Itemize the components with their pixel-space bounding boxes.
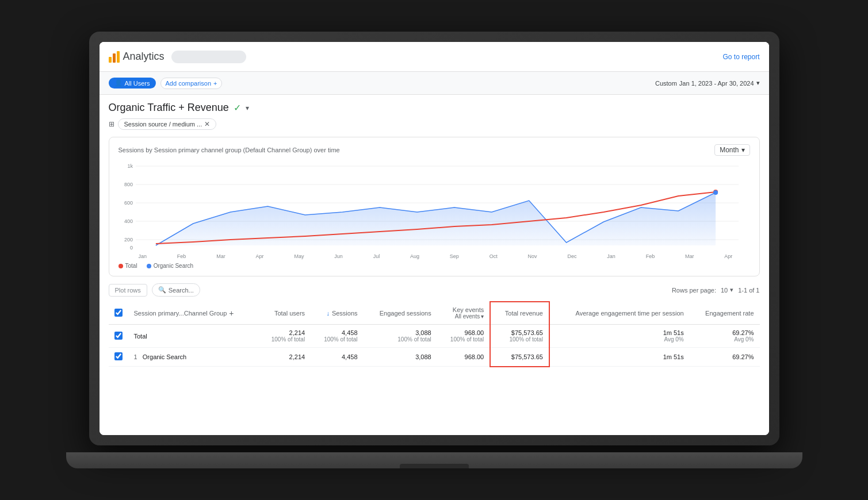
date-range[interactable]: Custom Jan 1, 2023 - Apr 30, 2024 ▾ bbox=[655, 79, 760, 87]
x-label-nov: Nov bbox=[528, 253, 537, 259]
x-label-oct: Oct bbox=[490, 253, 498, 259]
legend-organic-search: Organic Search bbox=[147, 263, 193, 269]
row1-engaged-cell: 3,088 bbox=[364, 348, 437, 367]
all-users-badge[interactable]: 👤 All Users bbox=[109, 78, 156, 89]
analytics-logo: Analytics bbox=[109, 51, 165, 63]
x-label-mar2: Mar bbox=[685, 253, 694, 259]
rows-per-page[interactable]: 10 ▾ bbox=[721, 286, 733, 294]
chart-container: Sessions by Session primary channel grou… bbox=[109, 137, 760, 276]
total-users-value: 2,214 bbox=[289, 329, 305, 336]
add-column-icon[interactable]: + bbox=[229, 309, 234, 318]
x-label-dec: Dec bbox=[567, 253, 576, 259]
table-controls-right: Rows per page: 10 ▾ 1-1 of 1 bbox=[672, 286, 760, 294]
avg-engagement-col-header: Average engagement time per session bbox=[549, 302, 690, 325]
row1-total-users-cell: 2,214 bbox=[258, 348, 311, 367]
add-comparison-button[interactable]: Add comparison + bbox=[160, 78, 223, 89]
total-key-events-sub: 100% of total bbox=[443, 336, 484, 343]
svg-text:200: 200 bbox=[124, 237, 132, 243]
total-engagement-rate-value: 69.27% bbox=[732, 329, 754, 336]
search-box[interactable]: 🔍 Search... bbox=[152, 283, 200, 297]
chevron-down-icon: ▾ bbox=[481, 313, 484, 320]
total-revenue-cell: $75,573.65 100% of total bbox=[490, 325, 549, 348]
row1-checkbox-cell[interactable] bbox=[109, 348, 128, 367]
legend-total: Total bbox=[118, 263, 137, 269]
filter-row: ⊞ Session source / medium ... ✕ bbox=[109, 118, 760, 130]
chart-legend: Total Organic Search bbox=[118, 263, 750, 269]
add-comparison-label: Add comparison bbox=[166, 80, 212, 87]
date-label: Custom bbox=[655, 80, 677, 87]
row1-avg-engagement-value: 1m 51s bbox=[663, 353, 684, 360]
svg-text:600: 600 bbox=[124, 200, 132, 206]
analytics-app: Analytics Go to report 👤 All Users bbox=[100, 42, 769, 435]
legend-dot-organic bbox=[147, 264, 151, 268]
dimension-col-header[interactable]: Session primary...Channel Group + bbox=[128, 302, 258, 325]
total-revenue-sub: 100% of total bbox=[496, 336, 543, 343]
total-users-cell: 2,214 100% of total bbox=[258, 325, 311, 348]
x-label-feb1: Feb bbox=[177, 253, 186, 259]
logo-bar-1 bbox=[109, 57, 112, 63]
table-controls: Plot rows 🔍 Search... Rows per page: 10 … bbox=[109, 283, 760, 297]
app-title: Analytics bbox=[123, 51, 165, 63]
total-key-events-cell: 968.00 100% of total bbox=[437, 325, 491, 348]
laptop-base bbox=[66, 452, 802, 468]
search-icon: 🔍 bbox=[158, 286, 166, 294]
chart-header: Sessions by Session primary channel grou… bbox=[118, 144, 750, 156]
x-label-jul: Jul bbox=[373, 253, 380, 259]
all-users-label: All Users bbox=[125, 80, 150, 87]
plot-rows-button[interactable]: Plot rows bbox=[109, 284, 147, 297]
row1-engagement-rate-value: 69.27% bbox=[732, 353, 754, 360]
title-dropdown-icon[interactable]: ▾ bbox=[246, 104, 249, 112]
table-controls-left: Plot rows 🔍 Search... bbox=[109, 283, 200, 297]
row1-total-users-value: 2,214 bbox=[289, 353, 305, 360]
x-label-jan1: Jan bbox=[139, 253, 147, 259]
dimension-label: Session primary...Channel Group bbox=[134, 310, 227, 317]
x-label-feb2: Feb bbox=[646, 253, 655, 259]
total-row-checkbox[interactable] bbox=[114, 332, 123, 340]
logo-bar-2 bbox=[113, 53, 116, 63]
row1-avg-engagement-cell: 1m 51s bbox=[549, 348, 690, 367]
svg-point-13 bbox=[713, 190, 718, 195]
total-checkbox-cell[interactable] bbox=[109, 325, 128, 348]
chevron-down-icon: ▾ bbox=[741, 146, 745, 154]
row1-key-events-value: 968.00 bbox=[465, 353, 484, 360]
go-to-report-link[interactable]: Go to report bbox=[722, 53, 759, 61]
total-revenue-value: $75,573.65 bbox=[511, 329, 543, 336]
row1-revenue-cell: $75,573.65 bbox=[490, 348, 549, 367]
svg-text:1k: 1k bbox=[127, 163, 133, 169]
svg-text:400: 400 bbox=[124, 218, 132, 224]
data-table: Session primary...Channel Group + Total … bbox=[109, 301, 760, 367]
rows-per-page-value: 10 bbox=[721, 287, 728, 294]
engagement-rate-col-header: Engagement rate bbox=[690, 302, 760, 325]
select-all-header[interactable] bbox=[109, 302, 128, 325]
time-granularity-label: Month bbox=[720, 146, 739, 154]
total-avg-engagement-value: 1m 51s bbox=[663, 329, 684, 336]
top-bar-left: Analytics bbox=[109, 51, 246, 63]
row1-dimension-cell: 1 Organic Search bbox=[128, 348, 258, 367]
select-all-checkbox[interactable] bbox=[114, 309, 123, 317]
pagination-info: 1-1 of 1 bbox=[738, 287, 759, 294]
legend-total-label: Total bbox=[125, 263, 137, 269]
total-row: Total 2,214 100% of total 4,458 100% of … bbox=[109, 325, 760, 348]
x-axis-labels: Jan Feb Mar Apr May Jun Jul Aug Sep Oct … bbox=[118, 252, 750, 259]
report-title-row: Organic Traffic + Revenue ✓ ▾ bbox=[109, 102, 760, 114]
row1-checkbox[interactable] bbox=[114, 352, 123, 360]
row1-engaged-value: 3,088 bbox=[415, 353, 431, 360]
engaged-sessions-col-header: Engaged sessions bbox=[364, 302, 437, 325]
row1-engagement-rate-cell: 69.27% bbox=[690, 348, 760, 367]
row1-revenue-value: $75,573.65 bbox=[511, 353, 543, 360]
row1-key-events-cell: 968.00 bbox=[437, 348, 491, 367]
key-events-col-header: Key events All events ▾ bbox=[437, 302, 491, 325]
row1-num: 1 bbox=[134, 353, 137, 360]
sessions-col-header[interactable]: ↓ Sessions bbox=[311, 302, 363, 325]
segment-bar: 👤 All Users Add comparison + Custom Jan … bbox=[100, 72, 769, 95]
total-engagement-rate-cell: 69.27% Avg 0% bbox=[690, 325, 760, 348]
time-granularity-dropdown[interactable]: Month ▾ bbox=[714, 144, 750, 156]
sessions-label: Sessions bbox=[332, 310, 358, 317]
filter-chip[interactable]: Session source / medium ... ✕ bbox=[118, 118, 217, 130]
sort-down-icon: ↓ bbox=[326, 310, 330, 317]
total-engagement-rate-sub: Avg 0% bbox=[695, 336, 754, 343]
organic-search-row: 1 Organic Search 2,214 4,458 bbox=[109, 348, 760, 367]
filter-chip-close-icon[interactable]: ✕ bbox=[204, 120, 210, 128]
total-label: Total bbox=[134, 333, 147, 340]
plus-icon: + bbox=[213, 80, 217, 87]
